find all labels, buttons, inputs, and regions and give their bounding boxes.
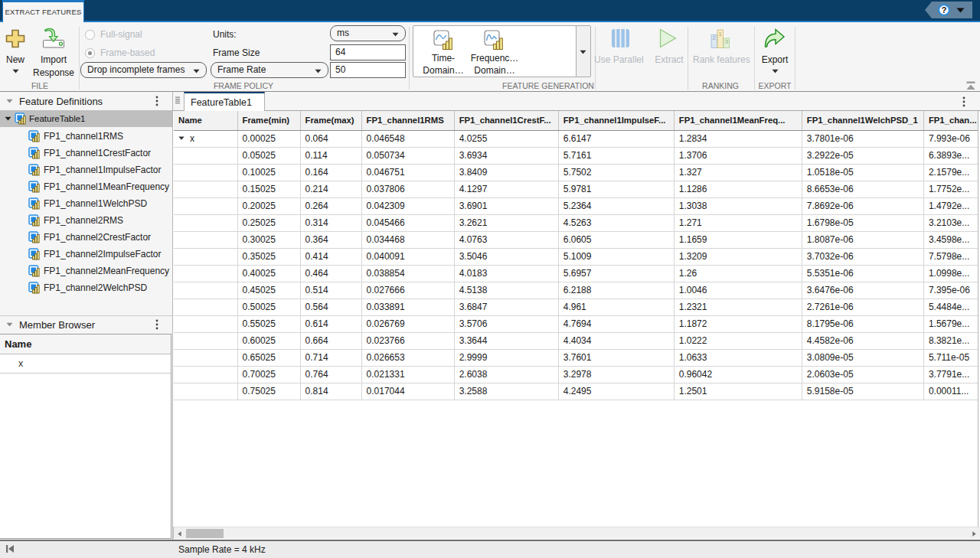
svg-text:2: 2 [712, 34, 716, 41]
svg-text:1: 1 [718, 31, 722, 38]
svg-text:?: ? [941, 5, 946, 15]
svg-text:3: 3 [724, 38, 728, 45]
